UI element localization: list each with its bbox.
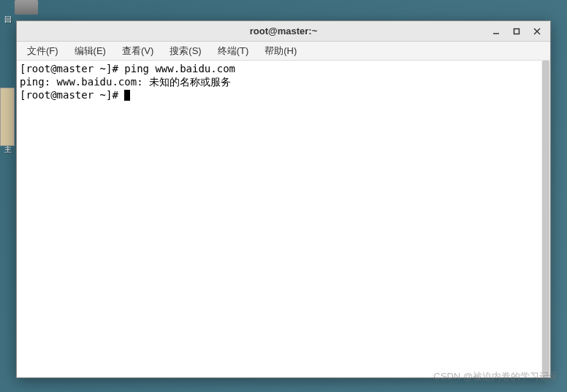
- desktop-trash-label: 回: [4, 15, 12, 25]
- menu-search[interactable]: 搜索(S): [162, 42, 208, 60]
- menu-file[interactable]: 文件(F): [20, 42, 66, 60]
- cursor-icon: [124, 90, 130, 101]
- window-controls: [486, 23, 547, 39]
- terminal-body[interactable]: [root@master ~]# ping www.baidu.com ping…: [17, 61, 550, 377]
- window-title: root@master:~: [250, 26, 318, 36]
- close-button[interactable]: [527, 23, 547, 39]
- menu-view[interactable]: 查看(V): [115, 42, 161, 60]
- scrollbar[interactable]: [541, 61, 550, 377]
- minimize-icon: [492, 28, 500, 35]
- minimize-button[interactable]: [486, 23, 506, 39]
- terminal-line: [root@master ~]# ping www.baidu.com: [20, 62, 547, 75]
- scrollbar-thumb[interactable]: [542, 61, 549, 377]
- svg-rect-1: [514, 28, 520, 34]
- menubar: 文件(F) 编辑(E) 查看(V) 搜索(S) 终端(T) 帮助(H): [17, 42, 550, 61]
- menu-edit[interactable]: 编辑(E): [67, 42, 113, 60]
- desktop-trash-icon[interactable]: [15, 0, 38, 15]
- desktop-folder-icon[interactable]: [0, 88, 15, 146]
- terminal-line: ping: www.baidu.com: 未知的名称或服务: [20, 75, 547, 88]
- menu-terminal[interactable]: 终端(T): [210, 42, 256, 60]
- maximize-button[interactable]: [506, 23, 527, 39]
- close-icon: [533, 28, 541, 35]
- maximize-icon: [513, 28, 520, 35]
- terminal-window: root@master:~ 文件(F) 编辑(E) 查看(V) 搜索(S) 终端…: [16, 20, 551, 378]
- titlebar[interactable]: root@master:~: [17, 21, 550, 42]
- terminal-line: [root@master ~]#: [20, 88, 547, 101]
- terminal-prompt: [root@master ~]#: [20, 89, 124, 101]
- desktop-folder-label: 主: [4, 145, 12, 155]
- menu-help[interactable]: 帮助(H): [257, 42, 304, 60]
